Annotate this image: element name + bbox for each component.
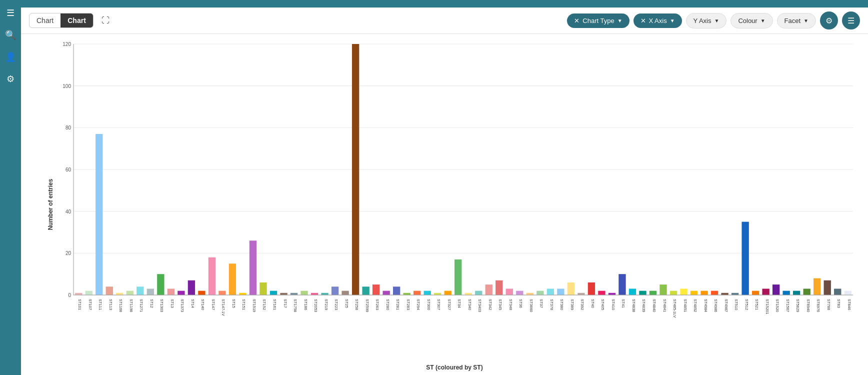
svg-text:ST378: ST378 (550, 299, 554, 310)
svg-rect-150 (772, 284, 780, 295)
svg-text:ST788: ST788 (826, 299, 831, 310)
svg-text:ST1520: ST1520 (775, 299, 780, 312)
svg-text:ST258: ST258 (354, 299, 359, 310)
svg-rect-164 (844, 291, 852, 295)
svg-text:ST389: ST389 (570, 299, 574, 310)
sidebar-menu-icon[interactable]: ☰ (2, 4, 20, 22)
svg-rect-138 (711, 291, 718, 295)
menu-button[interactable]: ☰ (842, 12, 860, 30)
svg-rect-54 (280, 293, 287, 295)
settings-button[interactable]: ⚙ (820, 12, 838, 30)
svg-text:ST5629: ST5629 (796, 299, 800, 312)
y-axis-filter-button[interactable]: Y Axis ▼ (686, 13, 727, 28)
chart-type-filter-button[interactable]: ✕ Chart Type ▼ (567, 14, 629, 28)
svg-rect-60 (311, 293, 318, 295)
sidebar-search-icon[interactable]: 🔍 (2, 26, 20, 44)
svg-rect-38 (198, 291, 205, 295)
svg-rect-76 (393, 286, 400, 295)
sidebar-user-icon[interactable]: 👤 (2, 48, 20, 66)
svg-rect-48 (250, 240, 256, 295)
svg-rect-24 (126, 291, 134, 295)
svg-text:ST485-1LV: ST485-1LV (672, 299, 677, 318)
svg-text:ST280: ST280 (386, 299, 390, 310)
svg-text:ST14: ST14 (190, 299, 195, 308)
sidebar: ☰ 🔍 👤 ⚙ (0, 0, 21, 375)
svg-rect-134 (690, 291, 698, 295)
svg-text:ST15: ST15 (232, 299, 236, 308)
svg-rect-36 (188, 280, 195, 295)
facet-filter-button[interactable]: Facet ▼ (777, 13, 816, 28)
svg-text:ST340: ST340 (468, 299, 472, 310)
svg-rect-26 (136, 286, 144, 295)
svg-text:ST83: ST83 (836, 299, 841, 308)
svg-rect-140 (721, 293, 728, 295)
svg-rect-72 (372, 284, 380, 295)
svg-text:ST405: ST405 (600, 299, 605, 310)
svg-rect-130 (670, 291, 677, 295)
svg-text:ST147: ST147 (211, 299, 216, 310)
svg-text:ST107: ST107 (88, 299, 92, 310)
svg-text:ST161: ST161 (272, 299, 277, 310)
svg-text:ST4852: ST4852 (693, 299, 698, 312)
svg-rect-50 (260, 282, 266, 295)
chart-container: 020406080100120ST101ST107ST111ST113ST116… (51, 39, 858, 370)
svg-text:ST4984: ST4984 (704, 299, 708, 312)
facet-label: Facet (784, 17, 801, 24)
svg-text:ST13: ST13 (170, 299, 174, 308)
svg-rect-100 (516, 291, 523, 295)
expand-icon[interactable]: ⛶ (102, 16, 110, 25)
svg-rect-52 (270, 291, 277, 295)
svg-text:ST6940: ST6940 (806, 299, 810, 312)
svg-rect-62 (321, 293, 328, 295)
svg-text:ST4986: ST4986 (714, 299, 718, 312)
svg-rect-152 (782, 291, 790, 295)
svg-text:ST219: ST219 (324, 299, 328, 310)
svg-rect-94 (486, 284, 492, 295)
chart-type-close-icon: ✕ (574, 17, 580, 24)
svg-rect-124 (639, 291, 646, 295)
x-axis-filter-button[interactable]: ✕ X Axis ▼ (634, 14, 682, 28)
colour-filter-button[interactable]: Colour ▼ (730, 13, 772, 28)
svg-text:120: 120 (62, 42, 71, 47)
svg-rect-162 (834, 288, 841, 295)
svg-text:ST3660: ST3660 (529, 299, 534, 312)
svg-text:ST34: ST34 (457, 299, 462, 308)
svg-rect-142 (732, 293, 738, 295)
svg-text:ST510: ST510 (734, 299, 738, 310)
svg-text:ST1271: ST1271 (139, 299, 144, 312)
svg-rect-30 (157, 274, 164, 295)
tab-chart-1[interactable]: Chart (30, 14, 60, 28)
sidebar-settings-icon[interactable]: ⚙ (2, 70, 20, 88)
svg-text:ST36: ST36 (518, 299, 523, 308)
svg-rect-88 (454, 260, 462, 295)
svg-text:ST113: ST113 (108, 299, 113, 310)
svg-text:ST327: ST327 (447, 299, 452, 310)
y-axis-chevron-icon: ▼ (714, 18, 719, 24)
svg-text:ST12: ST12 (150, 299, 154, 308)
svg-rect-154 (793, 291, 800, 295)
svg-rect-132 (680, 288, 687, 295)
svg-text:ST3403: ST3403 (478, 299, 482, 312)
svg-rect-120 (618, 274, 626, 295)
svg-text:ST1303: ST1303 (160, 299, 164, 312)
svg-text:100: 100 (62, 84, 71, 89)
svg-text:ST300: ST300 (426, 299, 431, 310)
svg-rect-74 (382, 291, 390, 295)
svg-text:ST152: ST152 (262, 299, 266, 310)
svg-rect-122 (629, 288, 636, 295)
svg-rect-34 (178, 291, 184, 295)
svg-text:ST1567: ST1567 (786, 299, 790, 312)
svg-rect-114 (588, 282, 595, 295)
svg-text:ST1373: ST1373 (180, 299, 184, 312)
tab-chart-2[interactable]: Chart (60, 14, 93, 28)
top-bar (21, 0, 868, 8)
colour-chevron-icon: ▼ (760, 18, 766, 24)
svg-rect-116 (598, 291, 605, 295)
svg-rect-126 (650, 291, 656, 295)
svg-text:ST2599: ST2599 (365, 299, 370, 312)
svg-rect-112 (578, 293, 584, 295)
svg-text:ST380: ST380 (560, 299, 564, 310)
svg-rect-108 (557, 288, 564, 295)
svg-text:0: 0 (68, 292, 71, 298)
svg-text:ST4839: ST4839 (642, 299, 646, 312)
